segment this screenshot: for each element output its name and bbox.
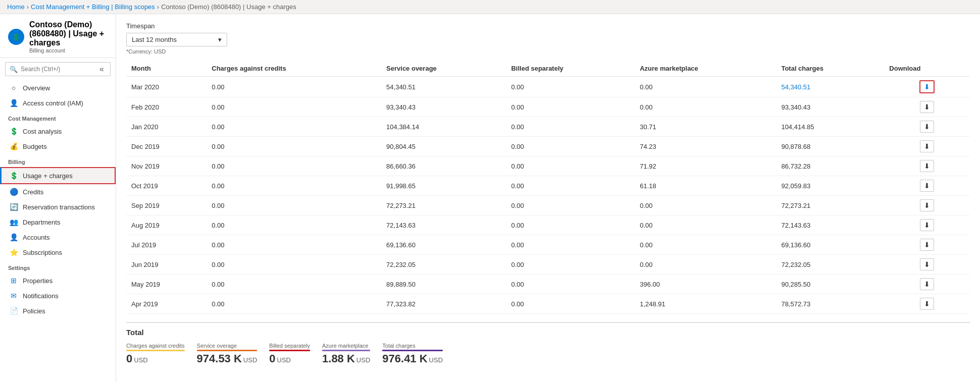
- sidebar-item-policies[interactable]: 📄 Policies: [0, 303, 116, 318]
- metric-name: Azure marketplace: [322, 343, 370, 349]
- content-area: Timespan Last 12 months ▾ *Currency: USD…: [116, 14, 980, 382]
- metric-unit: USD: [243, 356, 257, 364]
- metric-unit: USD: [429, 356, 443, 364]
- sidebar-item-budgets[interactable]: 💰 Budgets: [0, 139, 116, 154]
- cell-charges-against-credits: 0.00: [207, 97, 381, 117]
- col-header-download: Download: [884, 61, 970, 77]
- metric-name: Service overage: [197, 343, 257, 349]
- sidebar-item-overview-label: Overview: [23, 84, 50, 92]
- sidebar-item-usage-charges[interactable]: 💲 Usage + charges: [0, 167, 116, 184]
- table-row: Aug 20190.0072,143.630.000.0072,143.63⬇: [126, 215, 970, 235]
- cost-management-section-label: Cost Management: [0, 111, 116, 124]
- currency-note: *Currency: USD: [126, 48, 970, 54]
- metric-item: Service overage974.53 KUSD: [197, 343, 257, 365]
- cell-download: ⬇: [884, 275, 970, 294]
- sidebar-item-notifications[interactable]: ✉ Notifications: [0, 288, 116, 303]
- cell-billed-separately: 0.00: [506, 137, 635, 156]
- download-button[interactable]: ⬇: [920, 101, 934, 113]
- usage-charges-table: Month Charges against credits Service ov…: [126, 61, 970, 314]
- sidebar-item-overview[interactable]: ○ Overview: [0, 80, 116, 95]
- cell-billed-separately: 0.00: [506, 196, 635, 215]
- download-button[interactable]: ⬇: [920, 219, 934, 231]
- metric-item: Azure marketplace1.88 KUSD: [322, 343, 370, 365]
- sidebar-item-properties[interactable]: ⊞ Properties: [0, 273, 116, 288]
- cell-total-charges: 90,878.68: [776, 137, 884, 156]
- page-header: 💲 Contoso (Demo) (8608480) | Usage + cha…: [0, 14, 116, 58]
- sidebar-item-policies-label: Policies: [23, 307, 45, 315]
- download-button[interactable]: ⬇: [920, 140, 934, 152]
- cell-charges-against-credits: 0.00: [207, 294, 381, 314]
- table-row: Jun 20190.0072,232.050.000.0072,232.05⬇: [126, 255, 970, 275]
- col-header-total-charges: Total charges: [776, 61, 884, 77]
- sidebar-item-accounts[interactable]: 👤 Accounts: [0, 230, 116, 245]
- cell-service-overage: 72,232.05: [381, 255, 506, 275]
- cell-download: ⬇: [884, 255, 970, 275]
- total-label: Total: [126, 328, 970, 337]
- download-button[interactable]: ⬇: [920, 278, 934, 290]
- metric-value-row: 0USD: [126, 352, 185, 365]
- metric-unit: USD: [277, 356, 291, 364]
- sidebar-item-reservation-transactions[interactable]: 🔄 Reservation transactions: [0, 199, 116, 214]
- cell-service-overage: 77,323.82: [381, 294, 506, 314]
- download-button[interactable]: ⬇: [920, 199, 934, 211]
- cell-billed-separately: 0.00: [506, 275, 635, 294]
- download-button[interactable]: ⬇: [920, 160, 934, 172]
- sidebar-item-cost-analysis[interactable]: 💲 Cost analysis: [0, 124, 116, 139]
- download-button[interactable]: ⬇: [919, 80, 935, 93]
- collapse-sidebar-button[interactable]: «: [97, 65, 106, 74]
- cell-azure-marketplace: 0.00: [635, 255, 776, 275]
- search-input[interactable]: [21, 66, 94, 73]
- metric-bar: [269, 350, 310, 351]
- sidebar-item-access-control[interactable]: 👤 Access control (IAM): [0, 95, 116, 111]
- sidebar-item-subscriptions[interactable]: ⭐ Subscriptions: [0, 245, 116, 260]
- breadcrumb-billing[interactable]: Cost Management + Billing | Billing scop…: [31, 3, 155, 11]
- cell-billed-separately: 0.00: [506, 235, 635, 255]
- sidebar-item-departments[interactable]: 👥 Departments: [0, 214, 116, 230]
- policies-icon: 📄: [10, 307, 18, 315]
- download-button[interactable]: ⬇: [920, 258, 934, 270]
- metric-name: Billed separately: [269, 343, 310, 349]
- col-header-azure-marketplace: Azure marketplace: [635, 61, 776, 77]
- col-header-billed-separately: Billed separately: [506, 61, 635, 77]
- cell-month: May 2019: [126, 275, 207, 294]
- cell-azure-marketplace: 0.00: [635, 77, 776, 97]
- cell-charges-against-credits: 0.00: [207, 156, 381, 176]
- cell-month: Sep 2019: [126, 196, 207, 215]
- download-button[interactable]: ⬇: [920, 121, 934, 133]
- cell-service-overage: 104,384.14: [381, 117, 506, 137]
- cell-download: ⬇: [884, 156, 970, 176]
- metric-bar: [382, 350, 443, 351]
- cell-total-charges[interactable]: 54,340.51: [776, 77, 884, 97]
- table-row: Feb 20200.0093,340.430.000.0093,340.43⬇: [126, 97, 970, 117]
- cell-month: Aug 2019: [126, 215, 207, 235]
- sidebar-item-properties-label: Properties: [23, 277, 53, 285]
- cell-total-charges: 92,059.83: [776, 176, 884, 196]
- cell-month: Mar 2020: [126, 77, 207, 97]
- cell-billed-separately: 0.00: [506, 117, 635, 137]
- cell-billed-separately: 0.00: [506, 255, 635, 275]
- cell-charges-against-credits: 0.00: [207, 275, 381, 294]
- credits-icon: 🔵: [10, 188, 18, 196]
- col-header-month: Month: [126, 61, 207, 77]
- settings-section-label: Settings: [0, 260, 116, 273]
- cell-azure-marketplace: 0.00: [635, 196, 776, 215]
- total-section: Total Charges against credits0USDService…: [126, 322, 970, 365]
- metric-item: Charges against credits0USD: [126, 343, 185, 365]
- timespan-selected-value: Last 12 months: [132, 36, 177, 43]
- sidebar-item-subscriptions-label: Subscriptions: [23, 249, 62, 256]
- breadcrumb-home[interactable]: Home: [7, 3, 25, 11]
- cell-download: ⬇: [884, 117, 970, 137]
- download-button[interactable]: ⬇: [920, 298, 934, 310]
- cell-azure-marketplace: 61.18: [635, 176, 776, 196]
- table-header-row: Month Charges against credits Service ov…: [126, 61, 970, 77]
- download-button[interactable]: ⬇: [920, 239, 934, 251]
- cell-charges-against-credits: 0.00: [207, 215, 381, 235]
- cell-total-charges: 72,273.21: [776, 196, 884, 215]
- cell-service-overage: 72,143.63: [381, 215, 506, 235]
- timespan-dropdown[interactable]: Last 12 months ▾: [126, 33, 227, 46]
- sidebar-item-credits[interactable]: 🔵 Credits: [0, 184, 116, 199]
- cell-download: ⬇: [884, 77, 970, 97]
- cell-azure-marketplace: 0.00: [635, 215, 776, 235]
- table-row: Nov 20190.0086,660.360.0071.9286,732.28⬇: [126, 156, 970, 176]
- download-button[interactable]: ⬇: [920, 180, 934, 192]
